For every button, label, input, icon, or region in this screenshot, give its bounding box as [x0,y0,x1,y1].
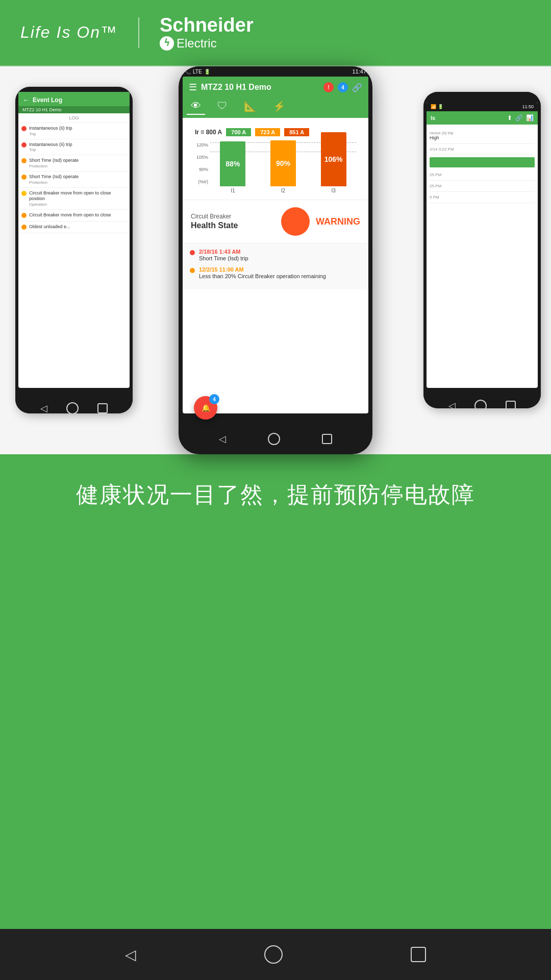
bluetooth-icon[interactable]: 🔗 [515,114,523,121]
log-item-text-1: Instantaneous (Ii) trip [29,126,72,132]
center-app-header: ☰ MTZ2 10 H1 Demo ! 4 🔗 [183,77,368,98]
tab-eye-icon[interactable]: 👁 [187,98,205,115]
right-label-2: 2/14 3:22 PM [430,147,535,152]
health-status-circle [281,207,310,236]
y-label-90: 90% [195,167,208,172]
log-item-sub-4: Protection [29,180,79,185]
tab-measure-icon[interactable]: 📐 [240,98,261,115]
x-label-1: I1 [231,188,235,193]
y-label-120: 120% [195,142,208,148]
center-back-btn[interactable]: ◁ [219,433,226,445]
bar-pct-3: 106% [324,155,343,163]
device-recent-btn[interactable] [411,947,426,962]
log-item-sub-5: Operation [29,202,127,207]
notif-msg-1: Short Time (Isd) trip [199,255,248,261]
center-status-icons: 📞 LTE 🔋 [185,69,210,75]
health-title: Health State [191,221,275,230]
tab-shield-icon[interactable]: 🛡 [213,98,232,115]
chart-wrapper: 120% 105% 90% (%Ir) [189,138,362,193]
device-back-btn[interactable]: ◁ [125,946,136,963]
bar-col-2: 90% I2 [261,140,306,193]
log-item-text-3: Short Time (Isd) operate [29,158,79,164]
center-home-btn[interactable] [268,433,280,445]
phones-area: ← Event Log MTZ2 10 H1 Demo LOG Instanta… [0,66,551,454]
home-nav-btn[interactable] [66,402,79,413]
logo-divider [138,17,139,48]
recent-nav-right[interactable] [506,401,516,408]
ir-label: Ir = 800 A [195,129,222,136]
amp-badge-2: 723 A [255,128,280,136]
right-label-3: 25 PM [430,173,535,177]
phone-left-header: ← Event Log [18,92,130,106]
health-state-section: Circuit Breaker Health State WARNING [183,200,368,243]
notification-badge[interactable]: ! [323,82,334,92]
right-item-2: 2/14 3:22 PM [430,144,535,155]
logo-group: Life Is On™ Schneider ϟ Electric [20,15,254,51]
log-item-text-4: Short Time (Isd) operate [29,174,79,180]
notif-dot-orange [190,268,195,273]
phone-center: 📞 LTE 🔋 11:47 ☰ MTZ2 10 H1 Demo ! 4 🔗 👁 … [179,66,372,454]
share-icon[interactable]: ⬆ [507,114,512,121]
right-item-4: 25 PM [430,181,535,192]
se-icon: ϟ [160,36,174,51]
chart-y-axis: 120% 105% 90% (%Ir) [195,142,210,193]
log-dot-red-1 [21,126,27,131]
health-text: Circuit Breaker Health State [191,213,275,230]
right-item-3: 25 PM [430,169,535,181]
battery-icon: 🔋 [204,69,210,75]
bar-2: 90% [270,140,296,186]
tab-lightning-icon[interactable]: ⚡ [269,98,290,115]
phone-left-nav: ◁ [15,393,133,413]
notif-item-2: 12/2/15 11:00 AM Less than 20% Circuit B… [190,266,361,279]
blue-count-badge: 4 [338,82,348,92]
tagline-area: 健康状况一目了然，提前预防停电故障 [0,454,551,535]
right-green-bar-1 [430,157,535,167]
recent-nav-btn[interactable] [97,403,108,413]
phone-right-top-bar: 📶 🔋 11:50 [427,102,538,111]
center-screen: ☰ MTZ2 10 H1 Demo ! 4 🔗 👁 🛡 📐 ⚡ Ir = 800 [183,77,368,413]
schneider-name: Schneider [160,15,254,36]
log-dot-orange-4 [21,175,27,180]
electric-group: ϟ Electric [160,36,254,51]
notif-exclaim: ! [328,85,329,90]
bar-col-1: 88% I1 [210,141,256,193]
lte-icon: LTE [193,69,202,75]
back-nav-right[interactable]: ◁ [448,400,456,408]
signal-icon: 📞 [185,69,191,75]
notif-bell-icon: 🔔 [202,404,210,412]
notifications-section: 2/18/16 1:43 AM Short Time (Isd) trip 12… [183,243,368,289]
log-item-text-2: Instantaneous (Ii) trip [29,142,72,148]
home-nav-right[interactable] [474,400,487,408]
center-recent-btn[interactable] [322,434,332,444]
device-home-btn[interactable] [264,945,283,964]
right-label-4: 25 PM [430,184,535,188]
notif-dot-red [190,250,195,255]
bluetooth-header-icon[interactable]: 🔗 [352,83,362,92]
bars-row: 88% I1 90% I2 [210,142,356,193]
log-item-1: Instantaneous (Ii) tripTrip [18,123,130,139]
log-item-sub-3: Protection [29,164,79,168]
log-item-text-7: Oldest unloaded e... [29,224,70,230]
y-unit: (%Ir) [195,179,208,184]
health-label: Circuit Breaker [191,213,275,220]
log-item-2: Instantaneous (Ii) tripTrip [18,139,130,156]
hamburger-menu-icon[interactable]: ☰ [189,82,197,93]
log-dot-orange-6 [21,213,27,218]
electric-name: Electric [177,37,217,50]
center-time: 11:47 [352,68,366,75]
log-dot-red-2 [21,142,27,148]
center-tabs: 👁 🛡 📐 ⚡ [183,98,368,118]
log-item-text-6: Circuit Breaker move from open to close [29,212,111,218]
activity-icon[interactable]: 📊 [526,114,534,121]
amp-badge-1: 700 A [226,128,251,136]
main-tagline: 健康状况一目了然，提前预防停电故障 [20,480,531,510]
right-label-5: 5 PM [430,195,535,200]
log-item-3: Short Time (Isd) operateProtection [18,155,130,172]
right-value-1: High [430,135,535,140]
event-log-title: Event Log [33,96,62,104]
phone-left-subtitle: MTZ2 10 H1 Demo [18,106,130,113]
floating-notification-badge[interactable]: 🔔 4 [194,396,217,420]
bar-1: 88% [220,141,245,186]
back-nav-btn[interactable]: ◁ [40,403,47,413]
back-arrow-icon[interactable]: ← [22,96,30,104]
